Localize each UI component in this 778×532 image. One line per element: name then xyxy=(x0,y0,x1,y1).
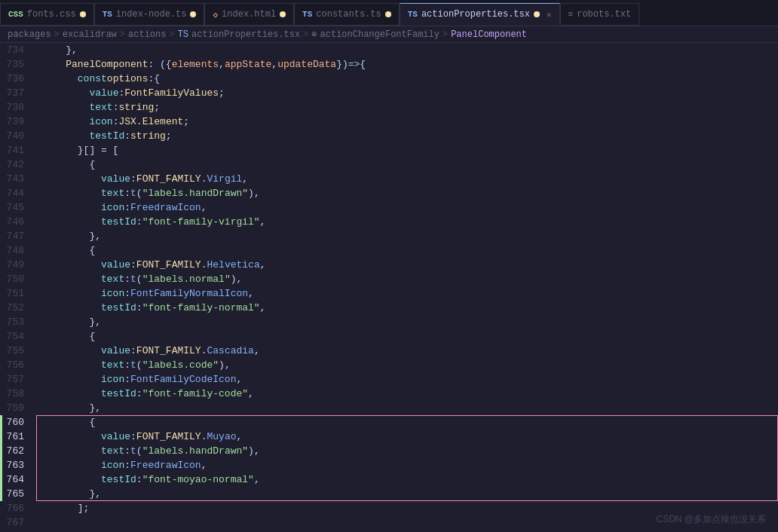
tab-label: fonts.css xyxy=(27,9,76,20)
line-number: 751 xyxy=(7,286,24,301)
line-number: 740 xyxy=(7,129,24,143)
code-line-757: icon: FontFamilyCodeIcon, xyxy=(42,372,778,387)
code-line-762: text: t("labels.handDrawn"), xyxy=(42,444,778,458)
editor: 734 735 736 737 738 739 740 741 742 743 … xyxy=(0,43,778,532)
line-number: 742 xyxy=(7,157,24,172)
code-line-738: text: string; xyxy=(42,100,778,115)
bc-excalidraw[interactable]: excalidraw xyxy=(63,29,117,40)
line-number: 748 xyxy=(7,243,24,258)
code-line-741: }[] = [ xyxy=(42,143,778,157)
breadcrumb: packages > excalidraw > actions > TS act… xyxy=(0,26,778,43)
line-number: 754 xyxy=(7,329,24,344)
tab-fonts-css[interactable]: CSS fonts.css xyxy=(0,3,94,26)
ts-icon: TS xyxy=(302,10,312,19)
code-line-742: { xyxy=(42,157,778,172)
modified-dot xyxy=(190,11,196,17)
code-line-737: value: FontFamilyValues; xyxy=(42,86,778,100)
line-number: 743 xyxy=(7,172,24,186)
code-line-760: { xyxy=(42,415,778,430)
code-line-740: testId: string; xyxy=(42,129,778,143)
line-number: 746 xyxy=(7,215,24,229)
bc-sep: > xyxy=(54,29,60,40)
code-line-763: icon: FreedrawIcon, xyxy=(42,458,778,472)
line-number: 756 xyxy=(7,358,24,372)
code-line-746: testId: "font-family-virgil", xyxy=(42,215,778,229)
line-number: 750 xyxy=(7,272,24,286)
ts-icon: TS xyxy=(408,10,418,19)
code-line-750: text: t("labels.normal"), xyxy=(42,272,778,286)
bc-actions[interactable]: actions xyxy=(128,29,166,40)
code-line-734: }, xyxy=(42,43,778,57)
code-line-767 xyxy=(42,515,778,530)
code-line-764: testId: "font-moyao-normal", xyxy=(42,472,778,487)
tab-close-button[interactable]: ✕ xyxy=(547,10,552,20)
tab-constants-ts[interactable]: TS constants.ts xyxy=(294,3,400,26)
bc-sep: > xyxy=(169,29,174,40)
code-line-765: }, xyxy=(42,487,778,501)
line-number: 749 xyxy=(7,258,24,272)
modified-dot xyxy=(534,11,540,17)
line-number: 761 xyxy=(7,430,24,444)
html-icon: ◇ xyxy=(213,10,218,20)
line-number: 737 xyxy=(7,86,24,100)
tab-index-html[interactable]: ◇ index.html xyxy=(204,3,294,26)
line-number: 738 xyxy=(7,100,24,115)
tab-label: index.html xyxy=(222,9,276,20)
line-number: 757 xyxy=(7,372,24,387)
modified-dot xyxy=(385,11,391,17)
code-line-747: }, xyxy=(42,229,778,243)
line-number: 744 xyxy=(7,186,24,200)
code-line-755: value: FONT_FAMILY.Cascadia, xyxy=(42,344,778,358)
code-line-756: text: t("labels.code"), xyxy=(42,358,778,372)
code-line-761: value: FONT_FAMILY.Muyao, xyxy=(42,430,778,444)
bc-packages[interactable]: packages xyxy=(8,29,51,40)
css-icon: CSS xyxy=(8,10,23,19)
code-line-753: }, xyxy=(42,315,778,329)
line-number: 734 xyxy=(7,43,24,57)
bc-ts-icon: TS xyxy=(178,29,188,40)
line-number: 755 xyxy=(7,344,24,358)
tab-label: actionProperties.tsx xyxy=(421,9,530,20)
line-number: 758 xyxy=(7,387,24,401)
tab-label: robots.txt xyxy=(577,9,631,20)
bc-actionProperties[interactable]: actionProperties.tsx xyxy=(191,29,300,40)
line-number: 762 xyxy=(7,444,24,458)
code-line-739: icon: JSX.Element; xyxy=(42,115,778,129)
tab-robots-txt[interactable]: ≡ robots.txt xyxy=(560,3,640,26)
tab-actionProperties-tsx[interactable]: TS actionProperties.tsx ✕ xyxy=(400,3,560,26)
line-number: 766 xyxy=(7,501,24,515)
line-number: 763 xyxy=(7,458,24,472)
tab-label: constants.ts xyxy=(316,9,381,20)
modified-dot xyxy=(280,11,286,17)
code-line-748: { xyxy=(42,243,778,258)
bc-sep: > xyxy=(120,29,125,40)
line-number: 752 xyxy=(7,301,24,315)
editor-content: 734 735 736 737 738 739 740 741 742 743 … xyxy=(0,43,778,532)
code-line-759: }, xyxy=(42,401,778,415)
code-line-735: PanelComponent: ({ elements, appState, u… xyxy=(42,57,778,72)
line-numbers: 734 735 736 737 738 739 740 741 742 743 … xyxy=(0,43,36,532)
code-line-749: value: FONT_FAMILY.Helvetica, xyxy=(42,258,778,272)
code-line-745: icon: FreedrawIcon, xyxy=(42,200,778,215)
line-number: 764 xyxy=(7,472,24,487)
line-number: 739 xyxy=(7,115,24,129)
tab-index-node-ts[interactable]: TS index-node.ts xyxy=(94,3,205,26)
bc-sep: > xyxy=(303,29,308,40)
code-line-736: const options: { xyxy=(42,72,778,86)
code-line-754: { xyxy=(42,329,778,344)
code-line-751: icon: FontFamilyNormalIcon, xyxy=(42,286,778,301)
code-line-752: testId: "font-family-normal", xyxy=(42,301,778,315)
ts-icon: TS xyxy=(103,10,112,19)
tab-label: index-node.ts xyxy=(116,9,187,20)
code-line-743: value: FONT_FAMILY.Virgil, xyxy=(42,172,778,186)
bc-actionChangeFontFamily[interactable]: actionChangeFontFamily xyxy=(320,29,440,40)
tab-bar: CSS fonts.css TS index-node.ts ◇ index.h… xyxy=(0,0,778,26)
bc-PanelComponent[interactable]: PanelComponent xyxy=(451,29,527,40)
line-number: 759 xyxy=(7,401,24,415)
line-number: 741 xyxy=(7,143,24,157)
code-area[interactable]: }, PanelComponent: ({ elements, appState… xyxy=(36,43,778,532)
line-number: 735 xyxy=(7,57,24,72)
line-number: 736 xyxy=(7,72,24,86)
line-number: 767 xyxy=(7,515,24,530)
txt-icon: ≡ xyxy=(568,10,574,19)
